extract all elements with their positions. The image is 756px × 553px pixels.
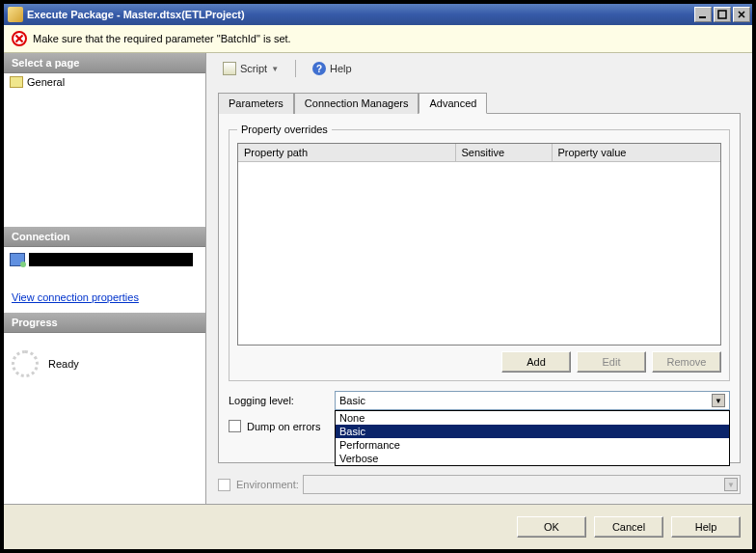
app-icon [8, 7, 23, 22]
warning-text: Make sure that the required parameter "B… [33, 33, 291, 44]
svg-rect-1 [718, 11, 726, 18]
sidebar-item-general[interactable]: General [4, 73, 205, 91]
overrides-table[interactable]: Property path Sensitive Property value [237, 143, 721, 346]
minimize-button[interactable] [694, 7, 712, 22]
add-button[interactable]: Add [501, 351, 571, 373]
dump-on-errors-checkbox[interactable] [229, 420, 241, 432]
logging-level-dropdown[interactable]: NoneBasicPerformanceVerbose [335, 410, 730, 466]
logging-option[interactable]: Verbose [336, 452, 729, 465]
col-property-path[interactable]: Property path [238, 144, 455, 162]
progress-header: Progress [4, 313, 205, 333]
error-icon [12, 31, 27, 46]
tab-advanced[interactable]: Advanced [418, 93, 487, 114]
logging-option[interactable]: Basic [336, 425, 729, 438]
remove-button: Remove [652, 351, 721, 373]
connection-item[interactable] [4, 251, 205, 268]
cancel-button[interactable]: Cancel [594, 516, 663, 538]
select-page-header: Select a page [4, 53, 205, 73]
environment-checkbox[interactable] [218, 479, 230, 491]
logging-level-row: Logging level: Basic ▼ [229, 391, 730, 410]
col-property-value[interactable]: Property value [552, 144, 720, 162]
dump-on-errors-label: Dump on errors [247, 421, 320, 432]
edit-button: Edit [577, 351, 646, 373]
connection-name-redacted [29, 253, 193, 266]
tab-parameters[interactable]: Parameters [218, 93, 294, 114]
footer-help-button[interactable]: Help [671, 516, 741, 538]
logging-level-value: Basic [339, 395, 365, 406]
server-icon [10, 253, 25, 266]
logging-level-label: Logging level: [229, 395, 335, 406]
svg-rect-0 [699, 16, 706, 18]
tab-connection-managers[interactable]: Connection Managers [294, 93, 419, 114]
page-icon [10, 76, 23, 88]
title-bar[interactable]: Execute Package - Master.dtsx(ETLProject… [4, 4, 752, 25]
script-icon [223, 62, 236, 75]
chevron-down-icon: ▼ [712, 394, 725, 407]
script-label: Script [240, 63, 267, 74]
ok-button[interactable]: OK [517, 516, 586, 538]
tab-strip: Parameters Connection Managers Advanced [218, 92, 741, 113]
maximize-button[interactable] [714, 7, 731, 22]
toolbar: Script ▼ ? Help [206, 53, 752, 84]
sidebar-item-label: General [27, 76, 65, 88]
col-sensitive[interactable]: Sensitive [455, 144, 552, 162]
help-icon: ? [312, 62, 326, 75]
chevron-down-icon: ▼ [724, 478, 738, 491]
dialog-window: Execute Package - Master.dtsx(ETLProject… [3, 3, 753, 550]
property-overrides-group: Property overrides Property path Sensiti… [229, 124, 730, 381]
main-panel: Script ▼ ? Help Parameters Connection Ma… [206, 53, 752, 504]
environment-label: Environment: [236, 479, 299, 490]
dialog-footer: OK Cancel Help [4, 504, 752, 549]
sidebar: Select a page General Connection View co… [4, 53, 206, 504]
connection-header: Connection [4, 227, 205, 247]
help-label: Help [330, 63, 352, 74]
close-button[interactable] [733, 7, 750, 22]
warning-bar: Make sure that the required parameter "B… [4, 25, 752, 53]
progress-spinner-icon [12, 350, 39, 377]
logging-option[interactable]: Performance [336, 438, 729, 452]
logging-level-select[interactable]: Basic ▼ [335, 391, 730, 410]
toolbar-separator [295, 60, 296, 77]
view-connection-link[interactable]: View connection properties [12, 291, 139, 303]
logging-option[interactable]: None [336, 411, 729, 425]
script-button[interactable]: Script ▼ [216, 59, 285, 78]
help-button[interactable]: ? Help [306, 59, 359, 78]
environment-select: ▼ [303, 475, 741, 494]
window-title: Execute Package - Master.dtsx(ETLProject… [27, 9, 692, 20]
group-title: Property overrides [237, 124, 332, 135]
progress-label: Ready [48, 358, 79, 370]
chevron-down-icon: ▼ [271, 65, 279, 73]
progress-item: Ready [12, 350, 198, 377]
environment-row: Environment: ▼ [218, 475, 741, 494]
